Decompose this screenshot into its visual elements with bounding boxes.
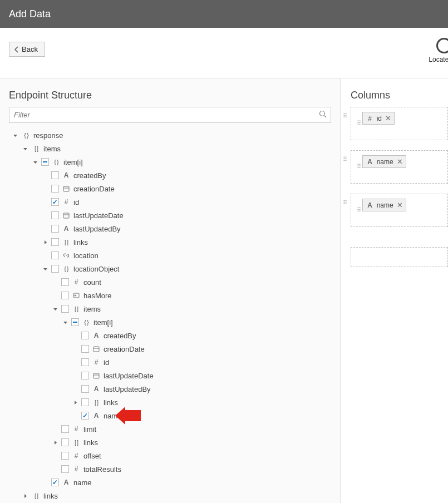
object-icon bbox=[62, 265, 71, 273]
svg-rect-10 bbox=[93, 373, 99, 378]
checkbox[interactable] bbox=[81, 345, 89, 353]
checkbox-checked[interactable] bbox=[51, 479, 59, 486]
tree-label: totalResults bbox=[83, 465, 121, 474]
tree-node-count[interactable]: count bbox=[9, 275, 331, 289]
drag-handle-icon[interactable]: ⠿ bbox=[343, 156, 347, 163]
tree-node-lastupdatedate[interactable]: lastUpdateDate bbox=[9, 209, 331, 222]
collapse-icon[interactable] bbox=[41, 267, 49, 272]
checkbox[interactable] bbox=[61, 452, 69, 460]
back-button[interactable]: Back bbox=[9, 42, 45, 57]
drag-handle-icon[interactable]: ⠿ bbox=[357, 163, 361, 170]
checkbox[interactable] bbox=[51, 251, 59, 259]
tree-node-location[interactable]: location bbox=[9, 249, 331, 262]
tree-label: id bbox=[104, 358, 109, 367]
checkbox[interactable] bbox=[81, 332, 89, 339]
column-drop-zone[interactable]: ⠿ name ✕ bbox=[351, 150, 448, 184]
column-chip-name[interactable]: name ✕ bbox=[362, 155, 406, 168]
tree-node-loc-links[interactable]: links bbox=[9, 436, 331, 449]
collapse-icon[interactable] bbox=[61, 320, 69, 325]
chevron-left-icon bbox=[14, 46, 19, 53]
svg-line-1 bbox=[324, 116, 327, 118]
checkbox[interactable] bbox=[51, 225, 59, 233]
tree-node-locationobject[interactable]: locationObject bbox=[9, 262, 331, 275]
checkbox[interactable] bbox=[61, 278, 69, 286]
tree-node-inner-items[interactable]: items bbox=[9, 302, 331, 315]
checkbox[interactable] bbox=[51, 238, 59, 246]
svg-point-7 bbox=[75, 295, 76, 297]
tree-node-id[interactable]: id bbox=[9, 195, 331, 209]
drag-handle-icon[interactable]: ⠿ bbox=[343, 112, 347, 120]
checkbox-partial[interactable] bbox=[41, 158, 49, 166]
drag-handle-icon[interactable]: ⠿ bbox=[357, 206, 361, 213]
expand-icon[interactable] bbox=[71, 400, 79, 405]
tree-node-createdby[interactable]: createdBy bbox=[9, 169, 331, 182]
tree-label: offset bbox=[83, 452, 101, 460]
checkbox[interactable] bbox=[51, 185, 59, 193]
tree-node-offset[interactable]: offset bbox=[9, 449, 331, 462]
checkbox-checked[interactable] bbox=[51, 198, 59, 206]
tree-node-inner-lastupdatedby[interactable]: lastUpdatedBy bbox=[9, 382, 331, 396]
tree-node-inner-item[interactable]: item[i] bbox=[9, 315, 331, 329]
checkbox[interactable] bbox=[81, 358, 89, 366]
column-chip-id[interactable]: id ✕ bbox=[362, 112, 395, 125]
tree-node-response[interactable]: response bbox=[9, 129, 331, 142]
checkbox[interactable] bbox=[61, 465, 69, 473]
tree-label: items bbox=[83, 305, 101, 313]
column-drop-zone[interactable]: ⠿ name ✕ bbox=[351, 194, 448, 227]
checkbox[interactable] bbox=[81, 398, 89, 406]
tree-node-links[interactable]: links bbox=[9, 235, 331, 249]
remove-icon[interactable]: ✕ bbox=[397, 201, 403, 209]
checkbox[interactable] bbox=[61, 425, 69, 433]
checkbox[interactable] bbox=[61, 438, 69, 446]
tree-node-inner-links[interactable]: links bbox=[9, 396, 331, 409]
expand-icon[interactable] bbox=[41, 240, 49, 245]
tree-node-totalresults[interactable]: totalResults bbox=[9, 462, 331, 476]
column-chip-name2[interactable]: name ✕ bbox=[362, 199, 406, 211]
remove-icon[interactable]: ✕ bbox=[397, 157, 403, 166]
collapse-icon[interactable] bbox=[51, 307, 59, 312]
tree-node-root-links[interactable]: links bbox=[9, 489, 331, 502]
tree-node-limit[interactable]: limit bbox=[9, 422, 331, 436]
checkbox[interactable] bbox=[51, 171, 59, 179]
tree-node-name[interactable]: name bbox=[9, 476, 331, 489]
text-icon bbox=[366, 158, 375, 166]
checkbox[interactable] bbox=[81, 372, 89, 379]
checkbox[interactable] bbox=[61, 305, 69, 313]
tree-node-items[interactable]: items bbox=[9, 142, 331, 155]
svg-point-0 bbox=[320, 111, 325, 116]
tree-node-inner-createdby[interactable]: createdBy bbox=[9, 329, 331, 342]
tree-node-lastupdatedby[interactable]: lastUpdatedBy bbox=[9, 222, 331, 235]
remove-icon[interactable]: ✕ bbox=[385, 114, 391, 122]
checkbox[interactable] bbox=[81, 385, 89, 393]
tree-node-inner-creationdate[interactable]: creationDate bbox=[9, 342, 331, 356]
tree-node-inner-id[interactable]: id bbox=[9, 356, 331, 369]
search-icon[interactable] bbox=[319, 110, 327, 120]
checkbox[interactable] bbox=[61, 292, 69, 299]
collapse-icon[interactable] bbox=[11, 133, 19, 138]
collapse-icon[interactable] bbox=[21, 146, 29, 151]
tree-node-inner-lastupdatedate[interactable]: lastUpdateDate bbox=[9, 369, 331, 382]
tree-label: name bbox=[73, 479, 92, 487]
tree-node-item[interactable]: item[i] bbox=[9, 155, 331, 169]
tree-node-hasmore[interactable]: hasMore bbox=[9, 289, 331, 302]
expand-icon[interactable] bbox=[51, 440, 59, 445]
chip-label: name bbox=[377, 201, 393, 209]
drag-handle-icon[interactable]: ⠿ bbox=[357, 120, 361, 126]
drag-handle-icon[interactable]: ⠿ bbox=[343, 199, 347, 206]
empty-drop-zone[interactable] bbox=[351, 247, 448, 267]
array-icon bbox=[92, 398, 101, 406]
expand-icon[interactable] bbox=[21, 494, 29, 499]
array-icon bbox=[32, 145, 41, 152]
column-drop-zone[interactable]: ⠿ id ✕ bbox=[351, 107, 448, 140]
filter-input[interactable] bbox=[9, 107, 331, 123]
tree-label: location bbox=[73, 251, 99, 260]
tree-node-inner-name[interactable]: name bbox=[9, 409, 331, 422]
checkbox-partial[interactable] bbox=[71, 318, 79, 326]
checkbox-checked[interactable] bbox=[81, 412, 89, 420]
array-icon bbox=[72, 438, 81, 446]
checkbox[interactable] bbox=[51, 211, 59, 219]
collapse-icon[interactable] bbox=[31, 160, 39, 165]
tree-node-creationdate[interactable]: creationDate bbox=[9, 182, 331, 195]
checkbox[interactable] bbox=[51, 265, 59, 273]
columns-title: Columns bbox=[351, 90, 448, 101]
